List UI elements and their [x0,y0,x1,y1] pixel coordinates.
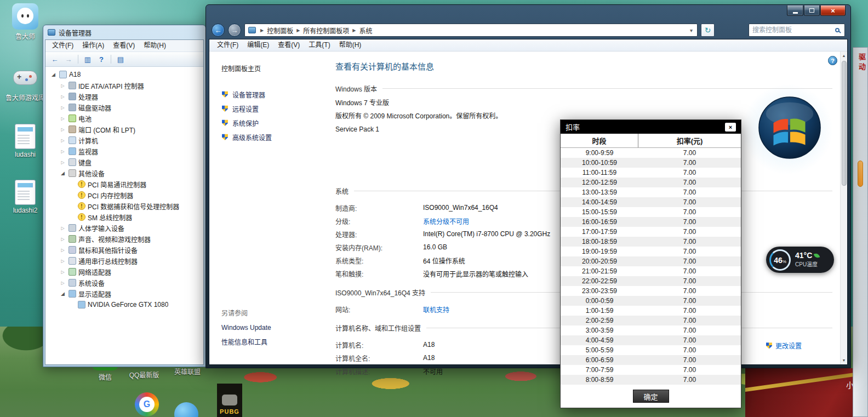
forward-icon[interactable]: → [62,54,75,65]
sidebar: 控制面板主页 设备管理器远程设置系统保护高级系统设置 另请参阅 Windows … [209,52,312,364]
expand-arrow-icon[interactable]: ▷ [59,105,66,110]
sidebar-link[interactable]: Windows Update [221,324,309,337]
expand-arrow-icon[interactable]: ▷ [59,149,66,154]
back-icon[interactable]: ← [49,54,61,65]
scan-hardware-icon[interactable]: ▤ [115,54,127,65]
tree-item[interactable]: !SM 总线控制器 [45,212,203,222]
expand-arrow-icon[interactable]: ▷ [59,116,66,121]
dialog-close-icon[interactable]: × [725,123,736,132]
minimize-button[interactable] [787,5,803,16]
sidebar-task[interactable]: 系统保护 [221,116,309,130]
expand-arrow-icon[interactable]: ▷ [59,94,66,99]
tree-item[interactable]: ▷网络适配器 [45,266,203,277]
tree-item[interactable]: ▷电池 [45,113,203,124]
device-manager-titlebar[interactable]: 设备管理器 [43,25,205,39]
info-label: 笔和触摸: [335,269,423,278]
desktop-icon-ludashi-games[interactable]: 鲁大师游戏库 [3,65,47,102]
scroll-thumb[interactable] [842,61,847,186]
expand-arrow-icon[interactable]: ▷ [59,248,66,253]
nav-back-button[interactable]: ← [212,24,225,37]
tree-item[interactable]: ▷处理器 [45,91,203,102]
sidebar-see-also-links: Windows Update性能信息和工具 [221,324,309,350]
tree-item[interactable]: ◢其他设备 [45,168,203,179]
menu-item[interactable]: 操作(A) [78,40,108,52]
tree-item[interactable]: ◢显示适配器 [45,288,203,299]
help-icon[interactable]: ? [95,54,107,65]
sidebar-task[interactable]: 远程设置 [221,101,309,116]
expand-arrow-icon[interactable]: ▷ [59,281,66,285]
ok-button[interactable]: 确定 [633,390,669,403]
help-button[interactable]: ? [828,56,837,65]
search-icon[interactable] [835,28,840,32]
cpu-temp-value: 41°C [795,251,812,260]
scroll-up-icon[interactable]: ▲ [841,52,847,60]
breadcrumb-item[interactable]: 系统 [359,26,373,35]
tree-item[interactable]: ▷计算机 [45,135,203,146]
tree-item[interactable]: NVIDIA GeForce GTX 1080 [45,299,203,310]
tree-item[interactable]: ◢A18 [45,69,203,80]
sidebar-task[interactable]: 设备管理器 [221,87,309,101]
tree-item[interactable]: ▷监视器 [45,146,203,157]
expand-arrow-icon[interactable]: ▷ [59,138,66,143]
expand-arrow-icon[interactable]: ▷ [59,270,66,275]
tree-item[interactable]: ▷磁盘驱动器 [45,102,203,113]
menu-item[interactable]: 文件(F) [48,40,78,52]
tree-item[interactable]: !PCI 数据捕获和信号处理控制器 [45,201,203,212]
tree-item[interactable]: ▷系统设备 [45,277,203,288]
rate-value: 7.00 [638,297,741,305]
menu-item[interactable]: 文件(F) [213,39,243,51]
expand-arrow-icon[interactable]: ▷ [59,259,66,264]
tree-item[interactable]: !PCI 内存控制器 [45,190,203,201]
info-link[interactable]: 联机支持 [423,305,449,314]
expand-arrow-icon[interactable]: ▷ [59,237,66,242]
tree-item[interactable]: ▷IDE ATA/ATAPI 控制器 [45,80,203,91]
sidebar-home-link[interactable]: 控制面板主页 [221,64,309,73]
tree-item[interactable]: ▷端口 (COM 和 LPT) [45,124,203,135]
rate-time: 17:00-17:59 [561,228,638,236]
cpu-temp-widget[interactable]: 46% 41°C CPU温度 [766,247,834,273]
colorful-g-icon[interactable] [135,392,159,416]
breadcrumb-item[interactable]: 控制面板 [267,26,293,35]
sidebar-task[interactable]: 高级系统设置 [221,130,309,144]
close-button[interactable]: × [820,5,846,16]
menu-item[interactable]: 查看(V) [273,39,304,51]
menu-item[interactable]: 帮助(H) [335,39,366,51]
tree-item[interactable]: ▷鼠标和其他指针设备 [45,244,203,255]
tree-item[interactable]: ▷通用串行总线控制器 [45,255,203,266]
expand-arrow-icon[interactable]: ▷ [59,83,66,88]
collapse-arrow-icon[interactable]: ◢ [50,72,57,77]
menu-item[interactable]: 编辑(E) [243,39,273,51]
menu-item[interactable]: 工具(T) [304,39,334,51]
change-settings-link[interactable]: 更改设置 [766,341,802,350]
breadcrumb-dropdown-icon[interactable]: ▾ [688,27,695,33]
sidebar-link[interactable]: 性能信息和工具 [221,337,309,350]
expand-arrow-icon[interactable]: ▷ [59,127,66,132]
collapse-arrow-icon[interactable]: ◢ [59,170,66,176]
pubg-icon[interactable]: PUBG [217,384,242,417]
info-link[interactable]: 系统分级不可用 [423,216,469,226]
search-box[interactable] [749,24,845,37]
rate-dialog-titlebar[interactable]: 扣率 × [561,120,741,134]
tree-item[interactable]: !PCI 简易通讯控制器 [45,179,203,190]
maximize-button[interactable] [804,5,820,16]
desktop-icon-ludashi[interactable]: 鲁大师 [3,3,47,41]
tree-item[interactable]: ▷人体学输入设备 [45,222,203,233]
refresh-button[interactable]: ↻ [701,24,715,37]
breadcrumb-item[interactable]: 所有控制面板项 [303,26,349,35]
expand-arrow-icon[interactable]: ▷ [59,160,66,165]
scroll-down-icon[interactable]: ▼ [841,356,847,364]
desktop-icon-ludashi2-doc[interactable]: ludashi2 [3,180,47,214]
menu-item[interactable]: 查看(V) [108,40,139,52]
breadcrumb[interactable]: ▶控制面板▶所有控制面板项▶系统 ▾ [244,24,698,37]
tree-item[interactable]: ▷键盘 [45,157,203,168]
search-input[interactable] [752,26,833,34]
menu-item[interactable]: 帮助(H) [139,40,170,52]
tree-item[interactable]: ▷声音、视频和游戏控制器 [45,233,203,244]
desktop-icon-ludashi-doc[interactable]: ludashi [3,124,47,158]
nav-forward-button[interactable]: → [228,24,241,37]
console-tree-icon[interactable]: ▥ [82,54,94,65]
collapse-arrow-icon[interactable]: ◢ [59,291,66,296]
expand-arrow-icon[interactable]: ▷ [59,226,66,231]
right-panel-scroll-thumb[interactable] [858,161,863,187]
scrollbar[interactable]: ▲ ▼ [840,52,847,364]
